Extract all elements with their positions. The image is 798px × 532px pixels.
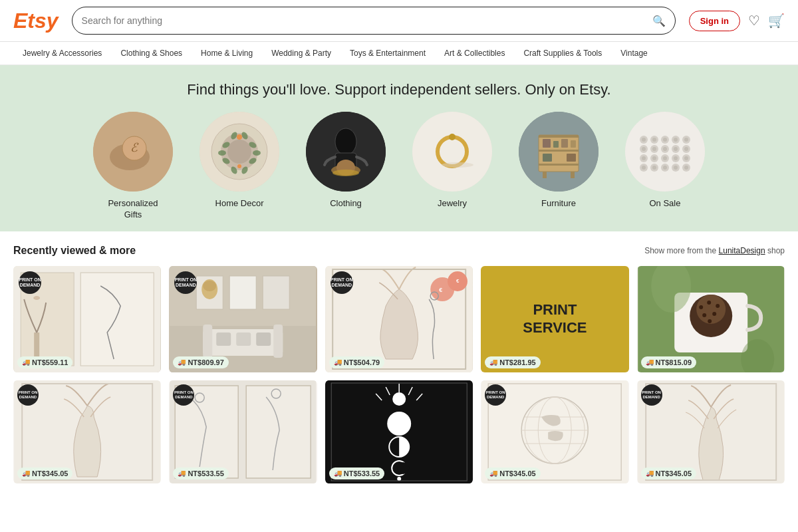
svg-point-133	[387, 412, 411, 436]
svg-rect-86	[80, 273, 154, 366]
product-price-9: 🚚 NT$345.05	[485, 467, 540, 479]
hero-section: Find things you'll love. Support indepen…	[0, 65, 798, 231]
nav-item-wedding[interactable]: Wedding & Party	[262, 46, 340, 61]
svg-rect-38	[571, 140, 576, 148]
discount-badge-3: €	[448, 271, 467, 291]
svg-point-112	[707, 301, 711, 305]
svg-point-28	[449, 134, 456, 140]
svg-rect-40	[567, 154, 576, 162]
sign-in-button[interactable]: Sign in	[689, 11, 740, 31]
search-bar: 🔍	[72, 7, 676, 35]
header: Etsy 🔍 Sign in ♡ 🛒	[0, 0, 798, 42]
main-nav: Jewelry & Accessories Clothing & Shoes H…	[0, 42, 798, 65]
category-circle-personalized: ℰ	[93, 112, 173, 192]
hero-title: Find things you'll love. Support indepen…	[13, 81, 785, 98]
etsy-logo[interactable]: Etsy	[13, 9, 59, 33]
svg-point-110	[696, 295, 726, 324]
product-card-1[interactable]: PRINT ON DEMAND 🚚 NT$559.11	[13, 266, 161, 372]
shop-link[interactable]: LunitaDesign	[719, 246, 765, 255]
svg-rect-123	[247, 386, 311, 478]
nav-item-home[interactable]: Home & Living	[192, 46, 262, 61]
category-home-decor[interactable]: Home Decor	[196, 112, 283, 221]
nav-item-toys[interactable]: Toys & Entertainment	[340, 46, 435, 61]
wishlist-icon[interactable]: ♡	[748, 13, 760, 29]
category-circle-onsale	[625, 112, 705, 192]
svg-rect-37	[561, 139, 568, 148]
product-price-10: 🚚 NT$345.05	[641, 467, 696, 479]
search-input[interactable]	[82, 15, 652, 26]
category-furniture[interactable]: Furniture	[515, 112, 602, 221]
svg-point-12	[253, 150, 261, 156]
product-card-5[interactable]: 🚚 NT$815.09	[637, 266, 785, 372]
svg-point-136	[397, 462, 409, 474]
svg-point-25	[332, 170, 359, 176]
svg-point-80	[652, 166, 656, 170]
svg-point-69	[642, 147, 646, 151]
category-jewelry[interactable]: Jewelry	[409, 112, 495, 221]
category-label-furniture: Furniture	[541, 198, 576, 209]
svg-rect-95	[237, 332, 251, 346]
svg-rect-32	[539, 135, 579, 138]
svg-rect-93	[274, 325, 283, 358]
svg-point-74	[642, 156, 646, 160]
category-list: ℰ PersonalizedGifts	[13, 112, 785, 221]
category-clothing[interactable]: Clothing	[303, 112, 389, 221]
print-badge-6: PRINT ON DEMAND	[17, 384, 39, 406]
svg-point-113	[716, 304, 720, 308]
product-card-3[interactable]: € PRINT ON DEMAND € 🚚 NT$504.79	[325, 266, 473, 372]
svg-point-7	[227, 140, 251, 164]
svg-point-115	[712, 312, 716, 316]
svg-rect-36	[553, 141, 559, 148]
product-card-2[interactable]: PRINT ON DEMAND 🚚 NT$809.97	[169, 266, 317, 372]
show-more: Show more from the LunitaDesign shop	[644, 246, 785, 255]
print-badge-1: PRINT ON DEMAND	[19, 271, 41, 294]
print-badge-3: PRINT ON DEMAND	[331, 271, 353, 294]
svg-point-116	[708, 319, 712, 323]
nav-item-vintage[interactable]: Vintage	[611, 46, 656, 61]
cart-icon[interactable]: 🛒	[768, 13, 785, 29]
svg-rect-96	[257, 332, 271, 346]
product-price-6: 🚚 NT$345.05	[17, 467, 72, 479]
svg-point-19	[237, 164, 241, 168]
category-circle-homedecor	[200, 112, 279, 192]
product-card-4[interactable]: PRINTSERVICE 🚚 NT$281.95	[481, 266, 628, 372]
category-on-sale[interactable]: On Sale	[622, 112, 708, 221]
category-personalized-gifts[interactable]: ℰ PersonalizedGifts	[90, 112, 176, 221]
svg-point-137	[397, 477, 401, 481]
svg-point-88	[33, 296, 40, 300]
category-label-homedecor: Home Decor	[215, 198, 264, 209]
svg-point-65	[652, 138, 656, 142]
svg-point-78	[684, 156, 688, 160]
nav-item-art[interactable]: Art & Collectibles	[435, 46, 514, 61]
svg-point-77	[674, 156, 678, 160]
product-card-6[interactable]: PRINT ON DEMAND 🚚 NT$345.05	[13, 380, 161, 483]
svg-point-21	[335, 128, 356, 155]
svg-point-18	[237, 134, 242, 140]
svg-rect-94	[217, 332, 231, 346]
svg-point-83	[684, 166, 688, 170]
svg-point-72	[674, 147, 678, 151]
nav-item-craft[interactable]: Craft Supplies & Tools	[514, 46, 611, 61]
product-card-10[interactable]: PRINT ON DEMAND 🚚 NT$345.05	[637, 380, 785, 483]
category-label-jewelry: Jewelry	[438, 198, 467, 209]
search-icon[interactable]: 🔍	[652, 15, 666, 27]
product-card-7[interactable]: PRINT ON DEMAND 🚚 NT$533.55	[169, 380, 317, 483]
svg-point-75	[652, 156, 656, 160]
nav-item-clothing[interactable]: Clothing & Shoes	[111, 46, 192, 61]
print-badge-2: PRINT ON DEMAND	[174, 271, 197, 294]
svg-point-73	[684, 147, 688, 151]
product-card-9[interactable]: PRINT ON DEMAND 🚚 NT$345.05	[481, 380, 628, 483]
category-circle-furniture	[519, 112, 598, 192]
svg-rect-92	[203, 325, 213, 358]
svg-rect-39	[543, 154, 552, 162]
svg-point-82	[674, 166, 678, 170]
nav-item-jewelry[interactable]: Jewelry & Accessories	[13, 46, 111, 61]
svg-point-132	[392, 392, 406, 406]
product-card-8[interactable]: 🚚 NT$533.55	[325, 380, 473, 483]
category-label-onsale: On Sale	[650, 198, 681, 209]
section-title: Recently viewed & more	[13, 245, 136, 257]
svg-rect-99	[263, 276, 290, 309]
svg-point-64	[642, 138, 646, 142]
svg-point-66	[663, 138, 667, 142]
category-label-personalized: PersonalizedGifts	[108, 198, 158, 221]
